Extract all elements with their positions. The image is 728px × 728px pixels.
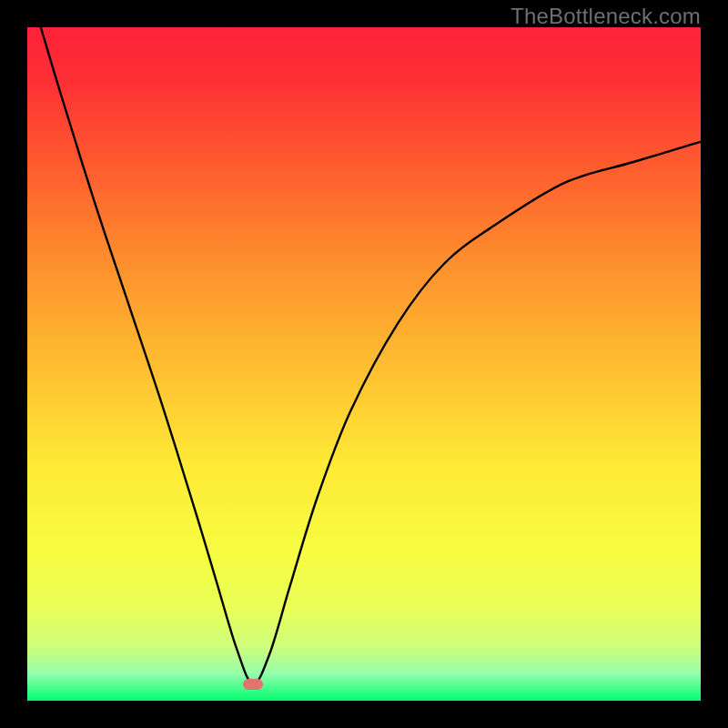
watermark-text: TheBottleneck.com [511,4,701,29]
minimum-marker [243,679,263,690]
bottleneck-curve [27,27,701,701]
plot-area [27,27,701,701]
